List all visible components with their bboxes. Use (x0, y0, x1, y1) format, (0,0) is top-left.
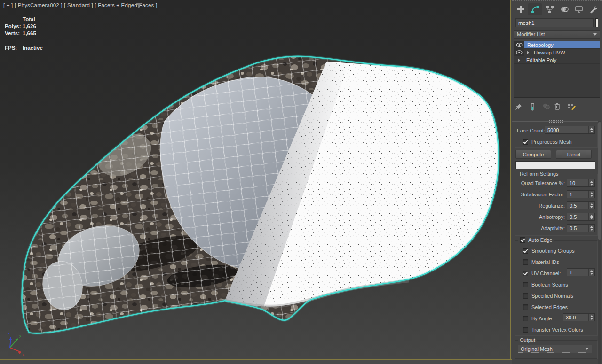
tab-create[interactable] (514, 3, 527, 15)
reform-settings-group: ReForm Settings Quad Tolerance %: 10 Sub… (515, 174, 597, 235)
modifier-stack: Retopology Unwrap UVW Editable Poly (514, 41, 600, 98)
preprocess-mesh-checkbox[interactable] (523, 139, 528, 145)
smoothing-groups-label: Smoothing Groups (531, 248, 575, 254)
by-angle-spinner[interactable]: 30.0 (563, 313, 595, 321)
material-ids-label: Material IDs (531, 259, 559, 265)
quad-tolerance-spinner[interactable]: 10 (567, 179, 595, 187)
stats-polys-value: 1,626 (23, 23, 36, 29)
subdivision-factor-label: Subdivision Factor: (515, 192, 565, 197)
chevron-down-icon (585, 348, 589, 350)
expand-toggle[interactable] (524, 51, 531, 54)
scrollbar-thumb[interactable] (598, 122, 601, 240)
viewport-label-menu[interactable]: [ + ] [ PhysCamera002 ] [ Standard ] [ F… (3, 2, 157, 8)
spinner-arrows[interactable] (588, 126, 594, 133)
face-count-spinner[interactable]: 5000 (545, 126, 595, 134)
stats-total-header: Total (23, 16, 35, 22)
hierarchy-icon (546, 5, 554, 14)
utilities-icon (589, 5, 598, 14)
create-icon (516, 5, 525, 14)
quad-tolerance-label: Quad Tolerance %: (515, 180, 565, 186)
adaptivity-spinner[interactable]: 0.5 (567, 224, 595, 232)
by-angle-checkbox[interactable] (523, 316, 528, 321)
configure-modifier-sets-icon[interactable] (568, 103, 576, 110)
stack-item-label: Unwrap UVW (531, 49, 600, 56)
uv-channel-checkbox[interactable] (523, 271, 528, 276)
by-angle-label: By Angle: (531, 316, 553, 321)
boolean-seams-checkbox[interactable] (523, 282, 528, 287)
stats-fps-value: Inactive (23, 45, 43, 51)
object-name-field[interactable] (515, 18, 594, 27)
specified-normals-checkbox[interactable] (523, 293, 528, 299)
expand-toggle[interactable] (514, 58, 523, 62)
subdivision-factor-spinner[interactable]: 1 (567, 190, 595, 198)
selected-edges-checkbox[interactable] (523, 304, 528, 310)
stack-item-unwrap-uvw[interactable]: Unwrap UVW (514, 49, 600, 56)
face-count-group: Face Count: 5000 Preprocess Mesh (515, 124, 597, 147)
pin-stack-icon[interactable] (515, 103, 523, 111)
adaptivity-label: Adaptivity: (515, 225, 565, 231)
output-mesh-dropdown[interactable]: Original Mesh (518, 345, 592, 353)
chevron-right-icon (518, 58, 520, 62)
object-color-swatch[interactable] (595, 18, 598, 27)
modify-icon (531, 5, 539, 14)
smoothing-groups-checkbox[interactable] (523, 248, 528, 254)
command-panel-tabs (514, 3, 600, 16)
funnel-icon[interactable] (135, 3, 142, 8)
boolean-seams-label: Boolean Seams (531, 282, 568, 287)
material-ids-checkbox[interactable] (523, 259, 528, 265)
transfer-vertex-colors-checkbox[interactable] (523, 327, 528, 333)
tab-modify[interactable] (528, 3, 542, 15)
stack-item-editable-poly[interactable]: Editable Poly (514, 56, 600, 64)
viewport-frame (0, 360, 512, 364)
auto-edge-group: Auto Edge Smoothing Groups Material IDs … (515, 240, 597, 335)
spinner-arrows[interactable] (588, 314, 594, 321)
remove-modifier-icon[interactable] (554, 103, 561, 110)
command-panel: Modifier List Retopology Unwrap UVW Edit… (512, 0, 602, 364)
anisotropy-label: Anisotropy: (515, 214, 565, 220)
stack-toolbar (515, 101, 599, 112)
regularize-label: Regularize: (515, 203, 565, 209)
compute-progress-bar (515, 161, 595, 169)
chevron-right-icon (527, 51, 529, 54)
divider (539, 103, 539, 110)
stats-verts-value: 1,665 (23, 31, 36, 36)
anisotropy-spinner[interactable]: 0.5 (567, 213, 595, 221)
panel-scrollbar[interactable] (598, 121, 601, 364)
spinner-arrows[interactable] (588, 179, 594, 186)
make-unique-icon[interactable] (542, 103, 551, 110)
regularize-spinner[interactable]: 0.5 (567, 201, 595, 209)
tab-display[interactable] (572, 3, 586, 15)
spinner-arrows[interactable] (588, 213, 594, 220)
axis-y-label: y (19, 333, 21, 338)
reset-button[interactable]: Reset (556, 150, 592, 159)
motion-icon (560, 5, 569, 14)
rollout-grip[interactable] (548, 119, 564, 123)
stack-item-retopology[interactable]: Retopology (514, 41, 600, 49)
show-end-result-icon[interactable] (530, 103, 535, 111)
divider (526, 103, 526, 110)
auto-edge-checkbox[interactable] (520, 237, 525, 243)
divider (564, 103, 564, 110)
modifier-list-dropdown[interactable]: Modifier List (514, 30, 600, 39)
viewport-3d[interactable]: x y z [ + ] [ PhysCamera002 ] [ Standard… (0, 0, 511, 359)
spinner-arrows[interactable] (588, 191, 594, 198)
tab-motion[interactable] (557, 3, 571, 15)
eye-icon (516, 43, 523, 47)
spinner-arrows[interactable] (588, 202, 594, 209)
scene-canvas: x y z (0, 0, 511, 359)
output-title: Output (518, 337, 537, 343)
stats-verts-label: Verts: (5, 31, 20, 36)
selected-edges-label: Selected Edges (531, 304, 568, 310)
compute-button[interactable]: Compute (515, 150, 551, 159)
tab-hierarchy[interactable] (543, 3, 556, 15)
stack-item-label: Retopology (524, 41, 600, 48)
specified-normals-label: Specified Normals (531, 293, 573, 299)
spinner-arrows[interactable] (588, 269, 594, 276)
uv-channel-spinner[interactable]: 1 (567, 268, 595, 276)
visibility-toggle[interactable] (514, 41, 524, 48)
visibility-toggle[interactable] (514, 49, 524, 56)
modifier-list-label: Modifier List (514, 31, 593, 37)
face-count-label: Face Count: (517, 128, 545, 133)
spinner-arrows[interactable] (588, 225, 594, 232)
tab-utilities[interactable] (586, 3, 600, 15)
